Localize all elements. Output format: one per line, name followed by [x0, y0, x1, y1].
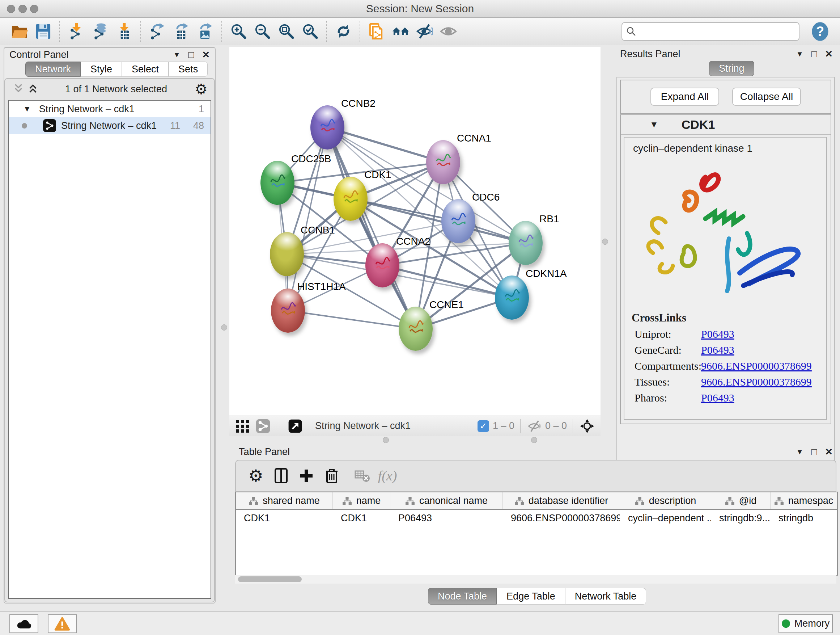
table-panel-title: Table Panel [239, 447, 290, 458]
network-collection-row[interactable]: ▼ String Network – cdk1 1 [9, 101, 210, 117]
warning-button[interactable] [48, 614, 77, 633]
protein-node-ccnb1[interactable] [270, 232, 304, 276]
zoom-selected-button[interactable] [298, 20, 322, 43]
protein-node-cdkn1a[interactable] [495, 276, 529, 320]
memory-button[interactable]: Memory [778, 614, 833, 633]
import-table-from-file-button[interactable] [112, 20, 136, 43]
first-neighbors-button[interactable] [388, 20, 412, 43]
gene-section-header[interactable]: ▼ CDK1 [621, 115, 831, 135]
search-input[interactable] [637, 25, 795, 37]
collapse-all-networks-icon[interactable] [14, 83, 23, 95]
column-header-canonical-name[interactable]: canonical name [390, 492, 503, 509]
collapse-all-button[interactable]: Collapse All [732, 88, 801, 106]
cloud-button[interactable] [9, 614, 38, 633]
hide-selected-button[interactable] [412, 20, 436, 43]
table-horizontal-scrollbar[interactable] [235, 575, 836, 584]
column-header-database-identifier[interactable]: database identifier [503, 492, 620, 509]
tab-string[interactable]: String [709, 61, 754, 76]
grid-view-icon[interactable] [234, 418, 251, 434]
node-label-ccna1: CCNA1 [457, 133, 491, 144]
search-box[interactable] [622, 22, 799, 41]
scrollbar-thumb[interactable] [238, 576, 302, 582]
new-network-from-selection-button[interactable] [365, 20, 388, 43]
column-header-shared-name[interactable]: shared name [236, 492, 333, 509]
column-header--id[interactable]: @id [711, 492, 771, 509]
export-image-button[interactable] [193, 20, 217, 43]
results-panel-menu-icon[interactable]: ▼ [796, 50, 804, 58]
delete-column-icon[interactable] [319, 463, 344, 488]
protein-node-ccna1[interactable] [426, 140, 460, 184]
bottom-splitter-handle-left[interactable] [383, 437, 389, 443]
gene-collapse-icon[interactable]: ▼ [650, 119, 658, 130]
tab-edge-table[interactable]: Edge Table [497, 588, 565, 605]
column-header-description[interactable]: description [620, 492, 711, 509]
crosslink-link[interactable]: P06493 [701, 392, 734, 404]
right-splitter-handle[interactable] [602, 239, 608, 245]
protein-node-rb1[interactable] [508, 221, 543, 265]
protein-node-ccnb2[interactable] [310, 105, 344, 149]
table-row[interactable]: CDK1CDK1P064939606.ENSP00000378699cyclin… [236, 510, 837, 526]
network-options-gear-icon[interactable]: ⚙ [195, 82, 208, 96]
protein-node-cdk1[interactable] [333, 177, 368, 221]
crosslink-link[interactable]: P06493 [701, 328, 734, 340]
protein-node-cdc25b[interactable] [261, 161, 294, 205]
bottom-splitter-handle-center[interactable] [531, 437, 537, 443]
expand-all-button[interactable]: Expand All [651, 88, 719, 106]
memory-status-dot-icon [782, 619, 790, 628]
tab-style[interactable]: Style [81, 62, 122, 77]
import-network-from-database-button[interactable] [88, 20, 112, 43]
table-panel-close-icon[interactable]: ✕ [825, 447, 833, 458]
tab-sets[interactable]: Sets [169, 62, 208, 77]
add-column-icon[interactable] [294, 463, 319, 488]
results-panel-float-icon[interactable]: □ [811, 49, 817, 60]
network-edge-count: 48 [193, 120, 204, 131]
tab-network-table[interactable]: Network Table [565, 588, 646, 605]
left-splitter-handle[interactable] [221, 325, 227, 331]
show-columns-icon[interactable] [268, 463, 294, 488]
control-panel-float-icon[interactable]: □ [188, 49, 194, 60]
column-type-icon [342, 496, 352, 505]
table-cell: stringdb [771, 510, 837, 526]
selected-checkbox-icon[interactable]: ✓ [477, 420, 489, 432]
table-panel-menu-icon[interactable]: ▼ [796, 448, 804, 456]
crosslink-link[interactable]: 9606.ENSP00000378699 [701, 376, 812, 388]
column-header-name[interactable]: name [333, 492, 390, 509]
column-header-namespac[interactable]: namespac [771, 492, 837, 509]
network-row-selected[interactable]: String Network – cdk1 11 48 [9, 117, 210, 134]
results-panel-close-icon[interactable]: ✕ [825, 49, 833, 60]
network-badge-icon[interactable] [255, 418, 271, 434]
crosslink-link[interactable]: P06493 [701, 344, 734, 356]
zoom-out-button[interactable] [250, 20, 274, 43]
control-panel-menu-icon[interactable]: ▼ [173, 51, 180, 59]
protein-node-ccne1[interactable] [399, 307, 433, 351]
tab-network[interactable]: Network [25, 62, 81, 77]
expand-all-networks-icon[interactable] [28, 83, 38, 95]
export-table-button[interactable] [169, 20, 193, 43]
crosslink-link[interactable]: 9606.ENSP00000378699 [701, 360, 812, 372]
status-bar: Memory [0, 611, 840, 635]
help-button[interactable]: ? [810, 21, 830, 42]
protein-node-ccna2[interactable] [365, 243, 399, 287]
table-options-gear-icon[interactable]: ⚙ [243, 463, 268, 488]
network-canvas[interactable]: CCNB2CCNA1CDC25BCDK1CDC6RB1CCNB1CCNA2CDK… [229, 47, 600, 416]
protein-node-hist1h1a[interactable] [271, 288, 305, 333]
control-panel-header: Control Panel ▼ □ ✕ [4, 48, 215, 60]
tab-node-table[interactable]: Node Table [428, 588, 497, 605]
show-all-button[interactable] [436, 20, 460, 43]
zoom-fit-content-button[interactable] [274, 20, 298, 43]
save-session-button[interactable] [31, 20, 55, 43]
zoom-in-button[interactable] [226, 20, 250, 43]
open-in-window-icon[interactable] [287, 418, 303, 434]
hidden-eye-icon [526, 418, 543, 434]
open-session-button[interactable] [7, 20, 31, 43]
tree-expand-icon[interactable]: ▼ [23, 104, 31, 114]
control-panel-close-icon[interactable]: ✕ [202, 49, 210, 60]
birds-eye-view-icon[interactable] [579, 418, 595, 434]
refresh-view-button[interactable] [332, 20, 355, 43]
protein-node-cdc6[interactable] [441, 199, 475, 243]
tab-select[interactable]: Select [122, 62, 169, 77]
export-network-button[interactable] [145, 20, 169, 43]
network-edges [229, 47, 600, 416]
import-network-from-file-button[interactable] [65, 20, 88, 43]
table-panel-float-icon[interactable]: □ [811, 447, 817, 458]
